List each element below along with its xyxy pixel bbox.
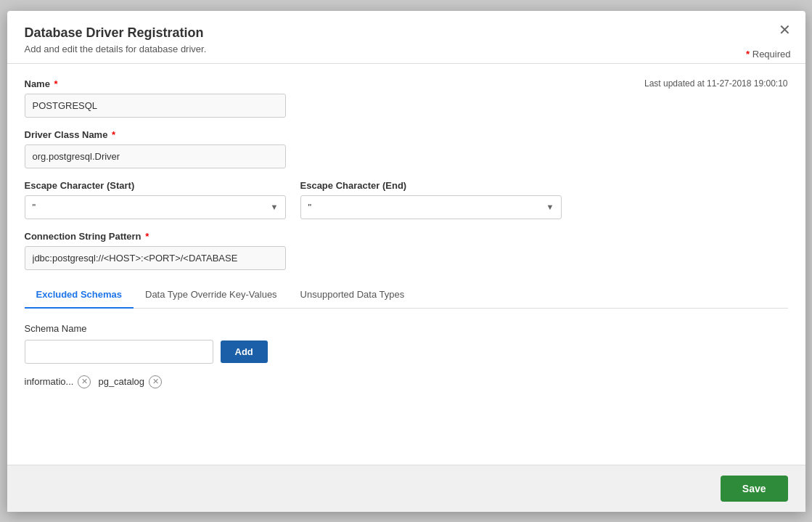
last-updated-text: Last updated at 11-27-2018 19:00:10: [644, 78, 788, 89]
escape-row: Escape Character (Start) " ' ` ▼ Escape …: [25, 180, 788, 219]
driver-input-wrapper: [25, 144, 286, 168]
connection-input-wrapper: [25, 246, 286, 270]
tag-pg-catalog: pg_catalog ✕: [98, 375, 162, 388]
dialog-title: Database Driver Registration: [25, 25, 788, 41]
name-required-star: *: [52, 78, 58, 89]
required-note: * Required: [746, 49, 790, 60]
remove-tag-pg-catalog-button[interactable]: ✕: [149, 375, 162, 388]
close-icon: ✕: [779, 22, 791, 38]
close-button[interactable]: ✕: [779, 23, 791, 37]
escape-start-label: Escape Character (Start): [25, 180, 286, 191]
dialog-footer: Save: [7, 465, 805, 512]
tag-information-label: informatio...: [25, 376, 74, 387]
dialog-subtitle: Add and edit the details for database dr…: [25, 44, 788, 54]
dialog-header: Database Driver Registration Add and edi…: [7, 11, 805, 64]
driver-class-input[interactable]: [25, 144, 286, 168]
driver-required-star: *: [109, 129, 115, 140]
schema-input-row: Add: [25, 340, 788, 364]
tag-pg-catalog-label: pg_catalog: [98, 376, 144, 387]
tab-data-type-override[interactable]: Data Type Override Key-Values: [134, 282, 289, 309]
add-schema-button[interactable]: Add: [221, 340, 268, 363]
escape-end-select[interactable]: " ' `: [300, 195, 562, 219]
schema-name-input[interactable]: [25, 340, 213, 364]
remove-tag-information-button[interactable]: ✕: [78, 375, 91, 388]
driver-class-label: Driver Class Name *: [25, 129, 788, 140]
required-star: *: [746, 49, 750, 60]
remove-information-icon: ✕: [81, 378, 88, 386]
dialog: Database Driver Registration Add and edi…: [7, 11, 805, 512]
escape-start-select[interactable]: " ' `: [25, 195, 286, 219]
name-input-wrapper: [25, 94, 286, 118]
tab-unsupported-data-types[interactable]: Unsupported Data Types: [289, 282, 417, 309]
schema-section: Schema Name Add informatio... ✕: [25, 323, 788, 388]
schema-name-label: Schema Name: [25, 323, 788, 334]
connection-required-star: *: [143, 231, 149, 242]
tabs: Excluded Schemas Data Type Override Key-…: [25, 282, 788, 309]
connection-group: Connection String Pattern *: [25, 231, 788, 270]
escape-end-label: Escape Character (End): [300, 180, 562, 191]
dialog-body: Last updated at 11-27-2018 19:00:10 Name…: [7, 64, 805, 465]
remove-pg-catalog-icon: ✕: [152, 378, 159, 386]
save-button[interactable]: Save: [721, 476, 788, 502]
name-input[interactable]: [25, 94, 286, 118]
driver-class-group: Driver Class Name *: [25, 129, 788, 168]
escape-end-col: Escape Character (End) " ' ` ▼: [300, 180, 562, 219]
connection-label: Connection String Pattern *: [25, 231, 788, 242]
tab-excluded-schemas[interactable]: Excluded Schemas: [25, 282, 134, 309]
escape-end-select-wrapper: " ' ` ▼: [300, 195, 562, 219]
dialog-overlay: Database Driver Registration Add and edi…: [0, 0, 812, 522]
tag-information: informatio... ✕: [25, 375, 91, 388]
escape-start-select-wrapper: " ' ` ▼: [25, 195, 286, 219]
tags-row: informatio... ✕ pg_catalog ✕: [25, 375, 788, 388]
escape-start-col: Escape Character (Start) " ' ` ▼: [25, 180, 286, 219]
connection-input[interactable]: [25, 246, 286, 270]
